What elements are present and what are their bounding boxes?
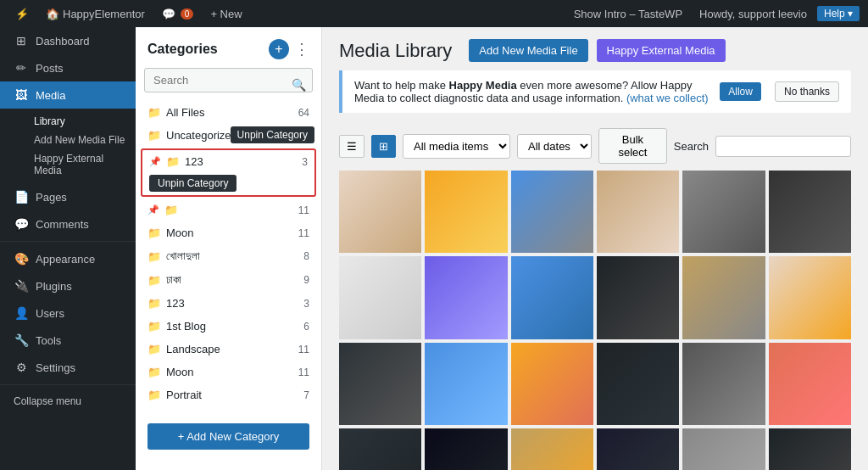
categories-title: Categories bbox=[147, 42, 218, 57]
category-item-moon[interactable]: 📁 Moon 11 bbox=[136, 221, 321, 244]
sidebar-item-pages[interactable]: 📄 Pages bbox=[0, 183, 136, 210]
category-name: Moon bbox=[166, 227, 293, 239]
category-item-moon2[interactable]: 📁 Moon 11 bbox=[136, 361, 321, 383]
admin-bar-logo[interactable]: ⚡ bbox=[8, 0, 36, 27]
category-item-portrait[interactable]: 📁 Portrait 7 bbox=[136, 383, 321, 406]
category-item-landscape[interactable]: 📁 Landscape 11 bbox=[136, 338, 321, 361]
pin-icon-2: 📌 bbox=[147, 204, 158, 215]
media-item[interactable] bbox=[597, 256, 679, 339]
media-item[interactable] bbox=[769, 343, 851, 425]
add-category-button[interactable]: + bbox=[269, 39, 289, 59]
sidebar-label-plugins: Plugins bbox=[36, 280, 72, 293]
allow-button[interactable]: Allow bbox=[720, 82, 761, 101]
media-item[interactable] bbox=[425, 256, 507, 339]
unpin-category-button[interactable]: Unpin Category bbox=[149, 175, 236, 192]
admin-bar-comments[interactable]: 💬 0 bbox=[155, 0, 201, 27]
media-item[interactable] bbox=[597, 343, 679, 425]
sidebar-item-users[interactable]: 👤 Users bbox=[0, 299, 136, 327]
folder-icon: 📁 bbox=[147, 343, 161, 355]
media-item[interactable] bbox=[425, 343, 507, 425]
category-search-input[interactable] bbox=[144, 68, 313, 92]
sidebar-item-appearance[interactable]: 🎨 Appearance bbox=[0, 245, 136, 272]
sidebar: ⊞ Dashboard ✏ Posts 🖼 Media Library Add … bbox=[0, 27, 136, 470]
more-options-button[interactable]: ⋮ bbox=[294, 40, 309, 59]
tools-icon: 🔧 bbox=[14, 333, 29, 347]
sidebar-item-media[interactable]: 🖼 Media bbox=[0, 81, 136, 109]
sidebar-item-posts[interactable]: ✏ Posts bbox=[0, 54, 136, 81]
media-item[interactable] bbox=[682, 256, 765, 339]
folder-icon: 📁 bbox=[147, 129, 161, 142]
help-button[interactable]: Help ▾ bbox=[817, 6, 860, 21]
collapse-menu[interactable]: Collapse menu bbox=[0, 389, 136, 414]
media-item[interactable] bbox=[511, 171, 593, 253]
page-title: Media Library bbox=[339, 40, 452, 62]
sidebar-item-settings[interactable]: ⚙ Settings bbox=[0, 354, 136, 381]
sidebar-label-posts: Posts bbox=[36, 62, 64, 75]
howdy-item[interactable]: Howdy, support leevio bbox=[693, 8, 814, 20]
media-item[interactable] bbox=[425, 171, 507, 253]
media-item[interactable] bbox=[769, 171, 851, 253]
media-item[interactable] bbox=[682, 343, 765, 425]
comment-icon: 💬 bbox=[162, 8, 175, 20]
media-item[interactable] bbox=[597, 171, 679, 253]
sidebar-item-comments[interactable]: 💬 Comments bbox=[0, 210, 136, 238]
sidebar-sub-library[interactable]: Library bbox=[27, 112, 136, 131]
category-count: 11 bbox=[298, 366, 309, 378]
sidebar-label-tools: Tools bbox=[36, 334, 61, 347]
sidebar-item-dashboard[interactable]: ⊞ Dashboard bbox=[0, 27, 136, 54]
media-item[interactable] bbox=[511, 256, 593, 339]
notice-brand: Happy Media bbox=[449, 79, 517, 92]
media-item[interactable] bbox=[682, 171, 765, 253]
media-search-input[interactable] bbox=[715, 136, 851, 157]
media-item[interactable] bbox=[425, 428, 507, 470]
media-submenu: Library Add New Media File Happy Externa… bbox=[0, 109, 136, 183]
admin-bar-site[interactable]: 🏠 HappyElementor bbox=[39, 0, 152, 27]
sidebar-label-comments: Comments bbox=[36, 218, 89, 231]
category-item-pinned2[interactable]: 📌 📁 11 bbox=[136, 199, 321, 221]
sidebar-item-tools[interactable]: 🔧 Tools bbox=[0, 327, 136, 354]
folder-icon: 📁 bbox=[147, 250, 161, 263]
date-filter-select[interactable]: All dates bbox=[517, 134, 592, 159]
sidebar-sub-happy-external[interactable]: Happy External Media bbox=[27, 149, 136, 180]
sidebar-item-plugins[interactable]: 🔌 Plugins bbox=[0, 272, 136, 299]
category-name: Portrait bbox=[166, 389, 298, 401]
bulk-select-button[interactable]: Bulk select bbox=[598, 128, 667, 164]
category-item-123[interactable]: 📌 📁 123 3 bbox=[142, 150, 314, 173]
grid-view-button[interactable]: ⊞ bbox=[371, 135, 396, 158]
admin-bar-new[interactable]: + New bbox=[203, 0, 248, 27]
list-view-button[interactable]: ☰ bbox=[339, 135, 364, 158]
category-name: Moon bbox=[166, 366, 293, 378]
what-we-collect-link[interactable]: (what we collect) bbox=[626, 92, 709, 104]
media-grid bbox=[322, 171, 868, 470]
category-count: 64 bbox=[298, 107, 309, 119]
media-item[interactable] bbox=[339, 428, 421, 470]
folder-icon: 📁 bbox=[147, 320, 161, 333]
media-item[interactable] bbox=[682, 428, 765, 470]
category-item-1st-blog[interactable]: 📁 1st Blog 6 bbox=[136, 315, 321, 338]
category-item-all-files[interactable]: 📁 All Files 64 bbox=[136, 101, 321, 124]
add-new-media-button[interactable]: Add New Media File bbox=[469, 39, 587, 62]
site-icon: 🏠 bbox=[46, 8, 59, 20]
category-count: 7 bbox=[303, 389, 309, 401]
media-item[interactable] bbox=[339, 343, 421, 425]
category-name: ঢাকা bbox=[166, 273, 298, 287]
category-item-kholadula[interactable]: 📁 খোলাদুলা 8 bbox=[136, 244, 321, 268]
happy-external-media-button[interactable]: Happy External Media bbox=[597, 39, 726, 62]
category-item-123b[interactable]: 📁 123 3 bbox=[136, 292, 321, 315]
media-item[interactable] bbox=[511, 428, 593, 470]
show-intro-item[interactable]: Show Intro – TasteWP bbox=[567, 8, 689, 20]
sidebar-sub-add-new[interactable]: Add New Media File bbox=[27, 131, 136, 149]
category-name: 123 bbox=[166, 297, 298, 310]
media-item[interactable] bbox=[769, 256, 851, 339]
no-thanks-button[interactable]: No thanks bbox=[775, 81, 839, 102]
media-item[interactable] bbox=[511, 343, 593, 425]
add-new-category-button[interactable]: + Add New Category bbox=[147, 423, 309, 450]
folder-icon: 📁 bbox=[147, 227, 161, 239]
media-item[interactable] bbox=[339, 171, 421, 253]
media-item[interactable] bbox=[597, 428, 679, 470]
category-item-dhaka[interactable]: 📁 ঢাকা 9 bbox=[136, 268, 321, 292]
media-item[interactable] bbox=[769, 428, 851, 470]
media-item[interactable] bbox=[339, 256, 421, 339]
media-filter-select[interactable]: All media items bbox=[403, 134, 510, 159]
category-count: 3 bbox=[303, 298, 309, 310]
